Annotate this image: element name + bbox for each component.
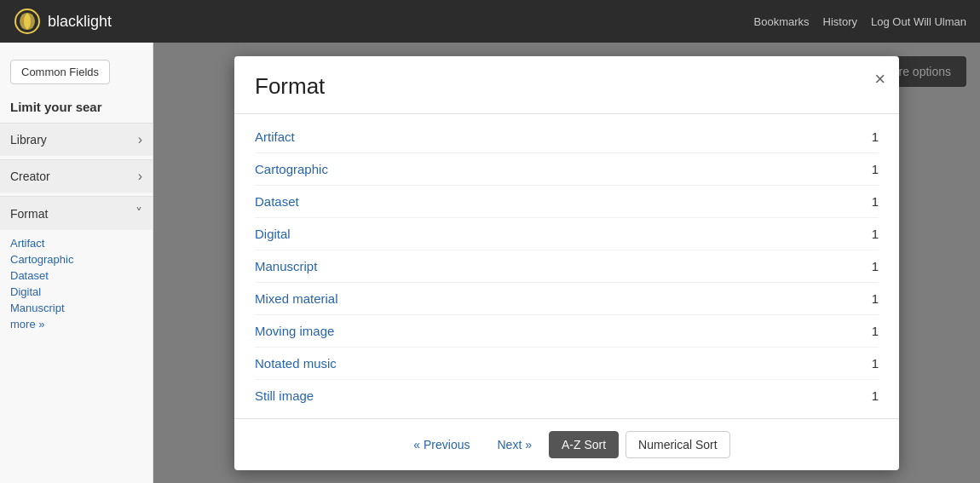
modal-item-link[interactable]: Dataset [255,194,299,209]
modal-list-item: Notated music1 [255,348,879,380]
modal-list-item: Still image1 [255,380,879,411]
facet-item-manuscript[interactable]: Manuscript [10,300,142,316]
modal-item-link[interactable]: Mixed material [255,291,338,306]
modal-list-item: Cartographic1 [255,153,879,186]
modal-list-item: Artifact1 [255,121,879,153]
common-fields-button[interactable]: Common Fields [10,60,110,84]
facet-item-artifact[interactable]: Artifact [10,235,142,251]
sidebar: Common Fields Limit your sear Library › … [0,43,153,483]
modal-item-link[interactable]: Still image [255,388,314,403]
modal-list-item: Mixed material1 [255,283,879,315]
navbar-right: Bookmarks History Log Out Will Ulman [754,15,966,28]
sidebar-toolbar: Common Fields [0,53,153,91]
modal-item-link[interactable]: Notated music [255,356,337,371]
creator-facet-header[interactable]: Creator › [0,160,153,193]
format-facet-label: Format [10,207,48,221]
brand: blacklight [14,8,112,35]
modal-item-count: 1 [872,356,879,371]
logout-link[interactable]: Log Out Will Ulman [871,15,966,28]
modal-item-count: 1 [872,162,879,176]
creator-chevron-icon: › [138,169,142,184]
main-content: More options Format × Artifact1Cartograp… [153,43,980,483]
library-facet-label: Library [10,133,47,147]
navbar: blacklight Bookmarks History Log Out Wil… [0,0,980,43]
modal-item-count: 1 [872,227,879,241]
brand-icon [14,8,41,35]
library-facet: Library › [0,123,153,156]
facet-item-cartographic[interactable]: Cartographic [10,251,142,267]
previous-button[interactable]: « Previous [403,433,480,457]
library-chevron-icon: › [138,132,142,147]
modal-overlay[interactable]: Format × Artifact1Cartographic1Dataset1D… [153,43,980,483]
facet-item-digital[interactable]: Digital [10,284,142,300]
modal-item-link[interactable]: Manuscript [255,259,317,273]
limit-search-label: Limit your sear [0,91,153,119]
history-link[interactable]: History [823,15,857,28]
facet-item-dataset[interactable]: Dataset [10,267,142,284]
modal-list-item: Manuscript1 [255,250,879,283]
modal-item-link[interactable]: Moving image [255,324,334,338]
numerical-sort-button[interactable]: Numerical Sort [625,431,730,458]
next-button[interactable]: Next » [487,433,541,457]
facet-more-link[interactable]: more » [10,316,142,332]
modal-title: Format [255,73,879,100]
modal-item-link[interactable]: Artifact [255,129,295,144]
modal-list-item: Dataset1 [255,186,879,218]
modal-item-count: 1 [872,259,879,273]
format-facet-items: Artifact Cartographic Dataset Digital Ma… [0,230,153,337]
modal-list-item: Digital1 [255,218,879,250]
creator-facet: Creator › [0,159,153,193]
modal-item-count: 1 [872,291,879,306]
bookmarks-link[interactable]: Bookmarks [754,15,810,28]
az-sort-button[interactable]: A-Z Sort [549,431,619,458]
modal-list-item: Moving image1 [255,315,879,348]
modal-item-count: 1 [872,388,879,403]
library-facet-header[interactable]: Library › [0,124,153,156]
format-modal: Format × Artifact1Cartographic1Dataset1D… [234,56,899,470]
modal-footer: « Previous Next » A-Z Sort Numerical Sor… [234,418,899,470]
modal-item-count: 1 [872,324,879,338]
format-facet-header[interactable]: Format ˅ [0,197,153,230]
modal-item-link[interactable]: Cartographic [255,162,328,176]
modal-close-button[interactable]: × [874,70,885,89]
modal-item-count: 1 [872,194,879,209]
modal-header: Format × [234,56,899,114]
brand-name: blacklight [48,13,112,31]
page-body: Common Fields Limit your sear Library › … [0,43,980,483]
format-chevron-icon: ˅ [135,205,142,221]
modal-body: Artifact1Cartographic1Dataset1Digital1Ma… [234,114,899,418]
modal-item-link[interactable]: Digital [255,227,291,241]
modal-item-count: 1 [872,129,879,144]
creator-facet-label: Creator [10,170,50,183]
format-facet: Format ˅ Artifact Cartographic Dataset D… [0,196,153,337]
